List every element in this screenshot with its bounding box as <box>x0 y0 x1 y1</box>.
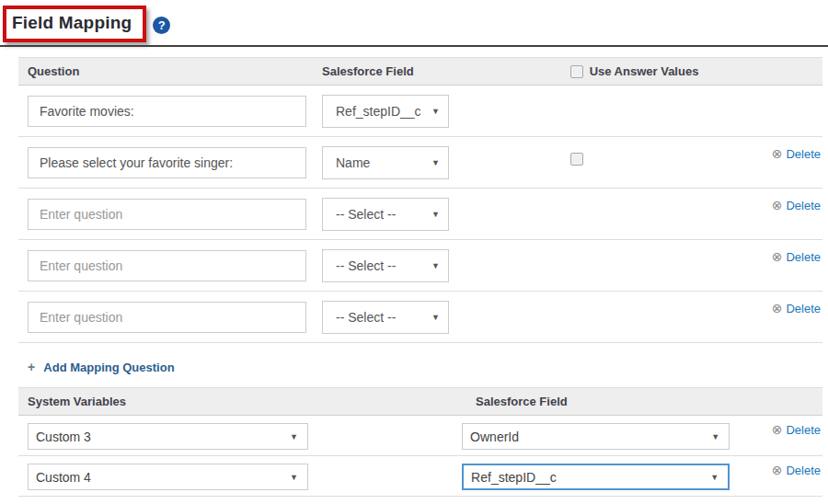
header-divider <box>0 45 828 47</box>
delete-circle-x-icon: ⊗ <box>772 302 783 315</box>
use-answer-values-checkbox[interactable] <box>570 65 583 78</box>
salesforce-field-value: Name <box>336 155 370 170</box>
add-mapping-question-button[interactable]: + Add Mapping Question <box>28 361 175 374</box>
table-row: -- Select -- ▼ ⊗ Delete <box>18 240 822 292</box>
delete-button[interactable]: ⊗ Delete <box>772 250 821 264</box>
system-variable-value: Custom 4 <box>36 470 91 485</box>
plus-icon: + <box>28 360 35 374</box>
column-header-question: Question <box>28 64 322 78</box>
delete-label: Delete <box>786 302 821 315</box>
delete-circle-x-icon: ⊗ <box>772 464 783 476</box>
use-answer-values-label: Use Answer Values <box>590 64 699 78</box>
table-row: -- Select -- ▼ ⊗ Delete <box>18 292 822 343</box>
chevron-down-icon: ▼ <box>711 432 719 441</box>
chevron-down-icon: ▼ <box>431 210 440 219</box>
column-header-system-variables: System Variables <box>28 395 476 408</box>
question-mapping-table: Question Salesforce Field Use Answer Val… <box>18 57 822 343</box>
delete-label: Delete <box>786 464 821 477</box>
delete-circle-x-icon: ⊗ <box>772 147 783 160</box>
salesforce-field-value: -- Select -- <box>336 310 396 325</box>
question-input[interactable] <box>28 147 306 178</box>
delete-label: Delete <box>786 250 821 264</box>
delete-circle-x-icon: ⊗ <box>772 199 783 212</box>
delete-button[interactable]: ⊗ Delete <box>772 199 821 212</box>
salesforce-field-select[interactable]: -- Select -- ▼ <box>322 301 449 334</box>
chevron-down-icon: ▼ <box>431 261 440 270</box>
page-header: Field Mapping ? <box>0 0 828 44</box>
salesforce-field-select[interactable]: Ref_stepID__c ▼ <box>322 95 449 128</box>
question-input[interactable] <box>28 96 306 127</box>
salesforce-field-value: OwnerId <box>470 430 519 444</box>
chevron-down-icon: ▼ <box>290 432 298 441</box>
table-row: Name ▼ ⊗ Delete <box>18 137 822 189</box>
system-variable-value: Custom 3 <box>36 430 91 444</box>
delete-label: Delete <box>786 423 821 437</box>
table-row: Custom 3 ▼ OwnerId ▼ ⊗ Delete <box>18 416 822 456</box>
table-row: --Select-- ▼ --Select-- ▼ ⊗ Delete <box>18 497 822 504</box>
system-variable-select[interactable]: Custom 4 ▼ <box>28 464 308 490</box>
question-input[interactable] <box>28 199 306 230</box>
salesforce-field-select[interactable]: OwnerId ▼ <box>462 423 730 450</box>
table-row: Ref_stepID__c ▼ <box>18 86 822 137</box>
salesforce-field-select[interactable]: -- Select -- ▼ <box>322 198 449 231</box>
page-title: Field Mapping <box>12 13 132 32</box>
table-row: Custom 4 ▼ Ref_stepID__c ▼ ⊗ Delete <box>18 456 822 497</box>
question-input[interactable] <box>28 302 306 333</box>
delete-button[interactable]: ⊗ Delete <box>772 147 821 161</box>
salesforce-field-value: Ref_stepID__c <box>471 470 557 485</box>
delete-label: Delete <box>786 199 821 212</box>
column-header-use-answer-values: Use Answer Values <box>458 64 727 79</box>
annotation-highlight-box: Field Mapping <box>3 6 146 42</box>
add-mapping-question-label: Add Mapping Question <box>43 361 174 374</box>
delete-button[interactable]: ⊗ Delete <box>772 423 821 437</box>
column-header-salesforce-field: Salesforce Field <box>476 395 727 408</box>
question-table-header: Question Salesforce Field Use Answer Val… <box>18 57 822 86</box>
question-input[interactable] <box>28 250 306 281</box>
column-header-salesforce-field: Salesforce Field <box>322 64 458 78</box>
table-row: -- Select -- ▼ ⊗ Delete <box>18 189 822 240</box>
delete-circle-x-icon: ⊗ <box>772 423 783 436</box>
chevron-down-icon: ▼ <box>710 473 719 482</box>
salesforce-field-value: -- Select -- <box>336 258 396 273</box>
salesforce-field-select[interactable]: Name ▼ <box>322 146 449 179</box>
help-icon[interactable]: ? <box>153 17 170 34</box>
chevron-down-icon: ▼ <box>431 158 440 167</box>
delete-label: Delete <box>786 147 821 161</box>
salesforce-field-select-focused[interactable]: Ref_stepID__c ▼ <box>462 464 730 490</box>
use-answer-values-row-checkbox[interactable] <box>570 153 583 166</box>
salesforce-field-select[interactable]: -- Select -- ▼ <box>322 249 449 282</box>
chevron-down-icon: ▼ <box>431 107 440 116</box>
system-variables-table: System Variables Salesforce Field Custom… <box>18 387 822 504</box>
system-table-header: System Variables Salesforce Field <box>18 387 822 416</box>
chevron-down-icon: ▼ <box>431 313 440 322</box>
delete-circle-x-icon: ⊗ <box>772 250 783 263</box>
salesforce-field-value: Ref_stepID__c <box>336 104 421 119</box>
system-variable-select[interactable]: Custom 3 ▼ <box>28 423 308 450</box>
salesforce-field-value: -- Select -- <box>336 207 396 222</box>
delete-button[interactable]: ⊗ Delete <box>772 302 821 315</box>
chevron-down-icon: ▼ <box>290 473 298 482</box>
delete-button[interactable]: ⊗ Delete <box>772 464 821 477</box>
